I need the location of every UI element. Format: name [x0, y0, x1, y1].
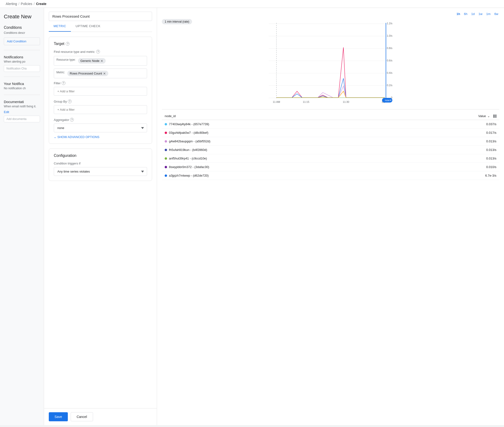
breadcrumb-alerting[interactable]: Alerting	[6, 2, 17, 6]
sort-icon[interactable]: ⌄	[487, 114, 490, 118]
chart-svg: 1.2/s 1.0/s 0.8/s 0.6/s 0.4/s 0.2/s 0	[162, 19, 499, 109]
svg-text:0.6/s: 0.6/s	[387, 59, 392, 62]
chart-interval-badge: 1 min interval (rate)	[162, 19, 192, 24]
time-1d-button[interactable]: 1d	[470, 12, 475, 16]
time-6w-button[interactable]: 6w	[493, 12, 499, 16]
value-cell: 0.010/s	[486, 165, 496, 169]
node-id-cell: a3jpjzh7mtwwp - (d62de720)	[169, 174, 209, 177]
aggregator-select[interactable]: nonemeansumminmaxcount	[54, 123, 147, 132]
time-1m-button[interactable]: 1m	[485, 12, 491, 16]
left-panel: Create New Conditions Conditions descr A…	[0, 8, 44, 425]
breadcrumb: Alerting / Policies / Create	[0, 0, 504, 8]
svg-text:0.2/s: 0.2/s	[387, 84, 392, 87]
group-by-label: Group By ?	[54, 99, 147, 103]
table-row: 03guhbfpak0w7 - (d8c80bef) 0.017/s	[162, 129, 499, 137]
resource-type-remove-icon[interactable]: ✕	[100, 59, 103, 63]
configuration-section: Configuration Condition triggers if Any …	[49, 149, 152, 181]
metric-chip[interactable]: Rows Processed Count ✕	[67, 71, 108, 76]
svg-text:0.8/s: 0.8/s	[387, 47, 392, 50]
value-cell: 0.017/s	[486, 131, 496, 135]
group-by-input[interactable]	[54, 105, 147, 114]
metric-tags-container[interactable]: Metric: Rows Processed Count ✕	[54, 69, 147, 78]
chart-container: 1 min interval (rate) 1.2/s 1.0/s 0.8/s …	[162, 19, 499, 109]
cancel-button[interactable]: Cancel	[71, 412, 93, 421]
configuration-title: Configuration	[54, 153, 147, 158]
tab-uptime-check[interactable]: UPTIME CHECK	[71, 21, 105, 32]
col-node-id: node_id	[165, 114, 176, 118]
aggregator-help-icon[interactable]: ?	[70, 118, 74, 122]
target-section: Target ? Find resource type and metric ?…	[49, 37, 152, 144]
value-cell: 6.7e-3/s	[485, 174, 496, 177]
breadcrumb-policies[interactable]: Policies	[21, 2, 32, 6]
notifications-desc: When alerting po	[4, 60, 40, 63]
node-id-cell: anf5hut39rp41 - (c9ccd10e)	[169, 157, 207, 160]
target-help-icon[interactable]: ?	[66, 42, 69, 46]
svg-text:1.2/s: 1.2/s	[387, 22, 392, 25]
notifications-title: Notifications	[4, 55, 40, 59]
aggregator-label: Aggregator ?	[54, 118, 147, 122]
resource-type-label: Resource type:	[56, 58, 76, 64]
condition-triggers-select[interactable]: Any time series violates All time series…	[54, 167, 147, 176]
svg-text:now: now	[385, 99, 390, 102]
node-id-cell: 03guhbfpak0w7 - (d8c80bef)	[169, 131, 209, 135]
table-row: 8swypbbr0m372 - (3dafac30) 0.010/s	[162, 163, 499, 171]
target-section-title: Target ?	[54, 42, 147, 46]
filter-help-icon[interactable]: ?	[62, 81, 65, 85]
svg-text:✕: ✕	[390, 99, 392, 102]
add-documentation-input[interactable]: Add documenta	[4, 116, 40, 122]
svg-text:11 AM: 11 AM	[273, 100, 280, 103]
node-id-cell: 77403wq4ty84k - (657e7739)	[169, 122, 209, 126]
documentation-desc: When email notifi fixing it.	[4, 105, 40, 108]
svg-text:1.0/s: 1.0/s	[387, 34, 392, 37]
tab-metric[interactable]: METRIC	[49, 21, 71, 32]
chart-panel: 1h 6h 1d 1w 1m 6w 1 min interval (rate) …	[157, 8, 504, 425]
find-resource-help-icon[interactable]: ?	[96, 50, 100, 53]
notification-channel-input[interactable]: Notification Cha	[4, 65, 40, 72]
documentation-edit-link[interactable]: Edit	[4, 110, 9, 114]
group-by-help-icon[interactable]: ?	[68, 99, 72, 103]
page-title: Create New	[4, 14, 40, 20]
col-value: Value ⌄	[478, 114, 496, 118]
add-condition-button[interactable]: Add Condition	[4, 37, 40, 45]
table-row: fh5ufah919kun - (b4f2860d) 0.013/s	[162, 146, 499, 154]
time-6h-button[interactable]: 6h	[463, 12, 468, 16]
svg-text:11:15: 11:15	[303, 100, 309, 103]
time-1w-button[interactable]: 1w	[478, 12, 483, 16]
metric-label: Metric:	[56, 71, 65, 76]
table-row: g4w842baupgqm - (a5bf552d) 0.013/s	[162, 137, 499, 146]
conditions-desc: Conditions descr	[4, 31, 40, 35]
filter-field-label: Filter ?	[54, 81, 147, 85]
resource-type-chip[interactable]: Generic Node ✕	[78, 58, 106, 64]
value-cell: 0.013/s	[486, 157, 496, 160]
save-button[interactable]: Save	[49, 412, 68, 421]
columns-icon[interactable]	[493, 114, 496, 118]
advanced-options-toggle[interactable]: ⌄ SHOW ADVANCED OPTIONS	[54, 135, 147, 139]
conditions-title: Conditions	[4, 25, 40, 30]
node-id-cell: 8swypbbr0m372 - (3dafac30)	[169, 165, 209, 169]
breadcrumb-create: Create	[36, 2, 47, 6]
resource-tags-container[interactable]: Resource type: Generic Node ✕	[54, 56, 147, 66]
metric-remove-icon[interactable]: ✕	[103, 72, 106, 75]
time-1h-button[interactable]: 1h	[456, 12, 461, 16]
find-resource-label: Find resource type and metric ?	[54, 50, 147, 53]
data-table-rows: 77403wq4ty84k - (657e7739) 0.037/s 03guh…	[162, 120, 499, 180]
svg-text:11:30: 11:30	[343, 100, 349, 103]
chevron-down-icon: ⌄	[54, 135, 56, 139]
value-cell: 0.037/s	[486, 122, 496, 126]
node-id-cell: g4w842baupgqm - (a5bf552d)	[169, 139, 210, 143]
documentation-title: Documentati	[4, 100, 40, 104]
table-row: a3jpjzh7mtwwp - (d62de720) 6.7e-3/s	[162, 171, 499, 180]
table-row: 77403wq4ty84k - (657e7739) 0.037/s	[162, 120, 499, 129]
breadcrumb-sep2: /	[34, 2, 35, 6]
node-id-cell: fh5ufah919kun - (b4f2860d)	[169, 148, 207, 152]
filter-input[interactable]	[54, 87, 147, 96]
form-footer: Save Cancel	[44, 408, 157, 425]
metric-title-input[interactable]	[49, 12, 152, 21]
breadcrumb-sep1: /	[18, 2, 19, 6]
time-controls: 1h 6h 1d 1w 1m 6w	[162, 12, 499, 16]
form-panel: ‹ METRIC UPTIME CHECK › Target ? Find re…	[44, 8, 157, 425]
table-header: node_id Value ⌄	[162, 112, 499, 120]
value-cell: 0.013/s	[486, 139, 496, 143]
table-row: anf5hut39rp41 - (c9ccd10e) 0.013/s	[162, 154, 499, 163]
your-notifications-title: Your Notifica	[4, 82, 40, 86]
